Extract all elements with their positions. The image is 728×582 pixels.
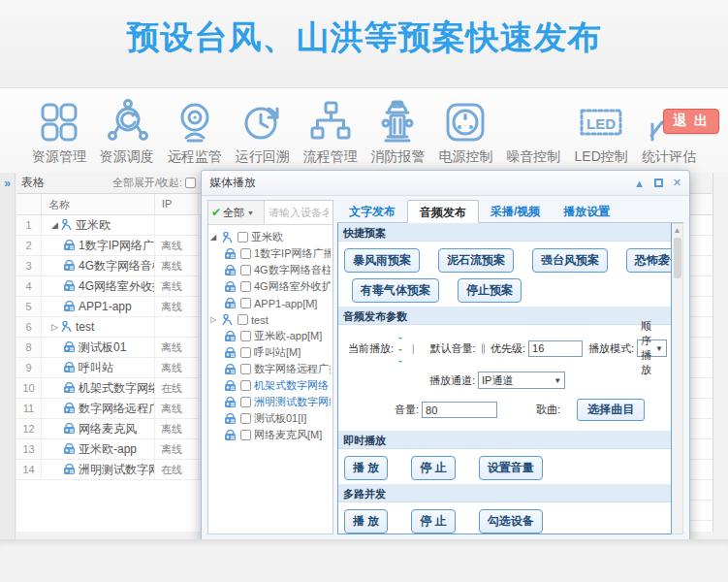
- play-mode-select[interactable]: 顺序播放 ▼: [637, 340, 667, 357]
- scroll-thumb[interactable]: [674, 238, 681, 278]
- table-row[interactable]: 11 数字网络远程广播 离线: [16, 399, 201, 419]
- tree-item[interactable]: ▷ test: [210, 311, 331, 328]
- toolbar-item-远程监管[interactable]: 远程监管: [161, 98, 229, 173]
- toolbar-item-电源控制[interactable]: 电源控制: [431, 98, 499, 173]
- tree-item-checkbox[interactable]: [237, 232, 248, 242]
- plan-button[interactable]: 强台风预案: [532, 248, 608, 273]
- exit-button[interactable]: 退 出: [663, 109, 719, 134]
- expand-panel-icon[interactable]: »: [0, 177, 15, 190]
- tree-item-checkbox[interactable]: [240, 364, 251, 374]
- tree-item[interactable]: 洲明测试数字网络: [210, 394, 331, 410]
- tree-item[interactable]: 网络麦克风[M]: [210, 427, 331, 443]
- tree-expanded-icon[interactable]: ◢: [210, 233, 219, 242]
- play-channel-select[interactable]: IP通道 ▼: [478, 372, 565, 389]
- tab-3[interactable]: 播放设置: [552, 200, 621, 222]
- panel-collapse-strip[interactable]: »: [0, 173, 16, 539]
- flowchart-icon: [297, 98, 364, 146]
- default-volume-label: 默认音量:: [430, 341, 476, 356]
- plan-button[interactable]: 停止预案: [458, 278, 522, 303]
- table-row[interactable]: 6 ▷test: [16, 317, 201, 338]
- tree-item[interactable]: 4G网络室外收扩: [210, 278, 331, 295]
- dialog-titlebar[interactable]: 媒体播放 ▲ ✕: [202, 171, 689, 196]
- toolbar-item-消防报警[interactable]: 消防报警: [364, 98, 432, 173]
- table-row[interactable]: 9 呼叫站 离线: [16, 358, 201, 378]
- instant-play-button[interactable]: 停 止: [411, 456, 455, 480]
- toolbar-item-流程管理[interactable]: 流程管理: [297, 98, 364, 173]
- maximize-icon[interactable]: [654, 178, 663, 187]
- tab-2[interactable]: 采播/视频: [479, 200, 552, 222]
- tree-item-checkbox[interactable]: [237, 314, 248, 325]
- tree-item[interactable]: 数字网络远程广播: [210, 361, 331, 377]
- tree-item-checkbox[interactable]: [240, 380, 251, 391]
- close-icon[interactable]: ✕: [673, 177, 681, 189]
- concurrent-button[interactable]: 停 止: [411, 509, 455, 534]
- plan-button[interactable]: 暴风雨预案: [344, 248, 420, 273]
- tree-item[interactable]: 亚米欧-app[M]: [210, 328, 331, 344]
- tree-item-checkbox[interactable]: [240, 298, 251, 308]
- table-row[interactable]: 10 机架式数字网络 在线: [16, 378, 201, 399]
- column-header[interactable]: [16, 194, 42, 214]
- status-text: 离线: [155, 256, 199, 275]
- collapse-window-icon[interactable]: ▲: [634, 178, 645, 189]
- current-playing-value: - - -: [398, 331, 404, 366]
- tree-item[interactable]: 1数字IP网络广播: [210, 245, 331, 262]
- table-row[interactable]: 2 1数字IP网络广播 离线: [16, 236, 201, 256]
- device-table-body: 1 ◢亚米欧 2 1数字IP网络广播 离线 3 4G数字网络音柱 离线 4 4G…: [16, 215, 201, 480]
- tree-item-checkbox[interactable]: [240, 347, 251, 358]
- table-row[interactable]: 13 亚米欧-app 离线: [16, 439, 201, 460]
- tree-item[interactable]: APP1-app[M]: [210, 295, 331, 311]
- tree-item-checkbox[interactable]: [240, 430, 251, 440]
- tree-expanded-icon[interactable]: ◢: [51, 220, 58, 230]
- tab-0[interactable]: 文字发布: [337, 200, 407, 222]
- concurrent-button[interactable]: 播 放: [344, 509, 388, 534]
- instant-play-button[interactable]: 播 放: [344, 456, 388, 480]
- volume-input[interactable]: [422, 402, 497, 418]
- plan-button[interactable]: 有毒气体预案: [352, 278, 439, 303]
- table-row[interactable]: 3 4G数字网络音柱 离线: [16, 256, 201, 276]
- tree-item-checkbox[interactable]: [240, 265, 251, 275]
- instant-play-button[interactable]: 设置音量: [479, 456, 543, 480]
- toolbar-item-LED控制[interactable]: LED LED控制: [567, 98, 635, 173]
- toolbar-item-运行回溯[interactable]: 运行回溯: [229, 98, 297, 173]
- tree-collapsed-icon[interactable]: ▷: [210, 315, 219, 324]
- table-row[interactable]: 1 ◢亚米欧: [16, 215, 201, 236]
- plan-button[interactable]: 泥石流预案: [438, 248, 514, 273]
- tree-item[interactable]: 4G数字网络音柱: [210, 262, 331, 278]
- tree-item-checkbox[interactable]: [240, 248, 251, 259]
- device-name: APP1-app: [79, 300, 132, 313]
- toolbar-item-资源管理[interactable]: 资源管理: [25, 98, 93, 173]
- expand-all-checkbox[interactable]: [185, 178, 196, 188]
- toolbar-item-label: 统计评估: [635, 148, 703, 166]
- tree-item-checkbox[interactable]: [240, 413, 251, 424]
- table-row[interactable]: 14 洲明测试数字网络 在线: [16, 460, 201, 480]
- tab-1[interactable]: 音频发布: [407, 200, 479, 223]
- toolbar-item-资源调度[interactable]: 资源调度: [93, 98, 161, 173]
- plan-button[interactable]: 恐怖袭击预案: [626, 248, 672, 273]
- table-row[interactable]: 5 APP1-app 离线: [16, 297, 201, 317]
- tree-item[interactable]: 测试板01[I]: [210, 410, 331, 427]
- tree-item-label: APP1-app[M]: [254, 298, 317, 309]
- device-table-columns: 名称IPG: [16, 194, 201, 215]
- default-volume-checkbox[interactable]: [482, 343, 485, 354]
- concurrent-button[interactable]: 勾选设备: [479, 509, 543, 534]
- column-header[interactable]: IP: [155, 194, 199, 214]
- tree-item-checkbox[interactable]: [240, 397, 251, 407]
- top-banner: 预设台风、山洪等预案快速发布: [0, 0, 728, 87]
- scroll-up-icon[interactable]: ▲: [672, 224, 682, 235]
- scrollbar[interactable]: ▲: [672, 223, 683, 534]
- select-track-button[interactable]: 选择曲目: [577, 399, 645, 421]
- table-row[interactable]: 12 网络麦克风 离线: [16, 419, 201, 439]
- table-row[interactable]: 4 4G网络室外收扩 离线: [16, 276, 201, 297]
- tree-item[interactable]: 呼叫站[M]: [210, 344, 331, 361]
- tree-item-checkbox[interactable]: [240, 331, 251, 341]
- toolbar-item-噪音控制[interactable]: 噪音控制: [499, 98, 567, 173]
- column-header[interactable]: 名称: [42, 194, 155, 214]
- table-row[interactable]: 8 测试板01 离线: [16, 338, 201, 358]
- priority-input[interactable]: [528, 340, 583, 357]
- tree-filter-dropdown[interactable]: ✔ 全部 ▼: [208, 201, 265, 224]
- tree-item-checkbox[interactable]: [240, 281, 251, 292]
- device-search-input[interactable]: [265, 201, 332, 224]
- tree-item[interactable]: 机架式数字网络: [210, 377, 331, 394]
- tree-item[interactable]: ◢ 亚米欧: [210, 229, 331, 245]
- tree-collapsed-icon[interactable]: ▷: [51, 322, 58, 332]
